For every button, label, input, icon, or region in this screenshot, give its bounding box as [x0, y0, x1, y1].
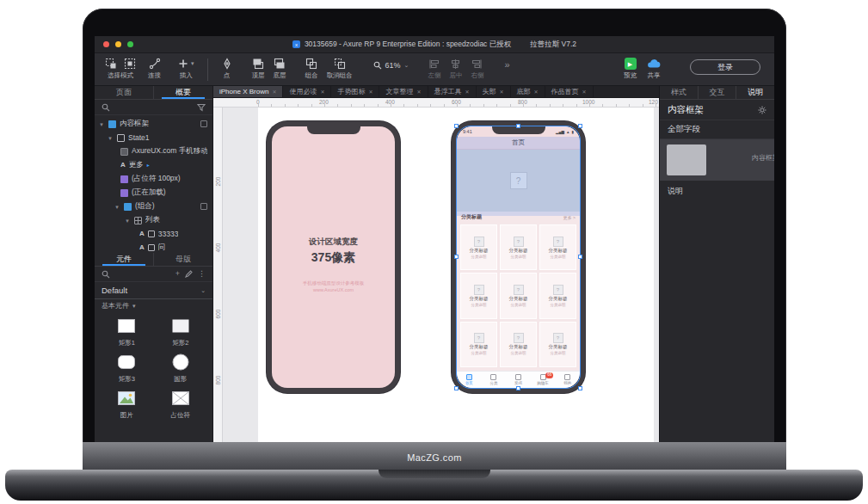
widget-circle[interactable]: 圆形 [170, 352, 191, 384]
share-tool[interactable]: 共享 [647, 57, 661, 80]
gear-icon[interactable] [758, 106, 766, 114]
align-right-tool[interactable]: 右侧 [471, 57, 483, 80]
add-library-icon[interactable]: + [175, 270, 180, 278]
zoom-value: 61% [385, 61, 401, 70]
file-tab[interactable]: iPhone X Brown✕ [213, 86, 283, 97]
phone-mockup-spec[interactable]: 设计区域宽度 375像素 手机移动端原型设计参考模板 www.AxureUX.c… [267, 121, 400, 393]
marquee-intersect-icon [105, 58, 117, 70]
send-to-back-tool[interactable]: 底层 [274, 57, 286, 80]
text-widget-icon: A [139, 244, 145, 251]
tab-masters[interactable]: 母版 [153, 253, 212, 266]
file-tab[interactable]: 文章整理✕ [379, 86, 428, 97]
pages-outline-tabs: 页面 概要 [95, 86, 212, 100]
tab-outline[interactable]: 概要 [153, 86, 212, 99]
align-left-tool[interactable]: 左侧 [428, 57, 440, 80]
more-options-icon[interactable]: ⋮ [198, 270, 206, 278]
widget-rect3[interactable]: 矩形3 [116, 352, 137, 384]
select-mode-tool[interactable]: 选择模式 [105, 57, 136, 80]
login-button[interactable]: 登录 [690, 59, 760, 75]
group-tool[interactable]: 组合 [305, 57, 318, 80]
selection-handle[interactable] [516, 124, 520, 128]
tree-item-33333[interactable]: A 33333 [95, 227, 212, 241]
note-label: 说明 [660, 181, 774, 202]
tab-style[interactable]: 样式 [660, 86, 698, 99]
filter-icon[interactable] [197, 103, 206, 112]
tab-note[interactable]: 说明 [736, 86, 774, 99]
disclosure-icon[interactable]: ▾ [124, 218, 131, 224]
close-window-button[interactable] [103, 41, 109, 47]
close-tab-icon[interactable]: ✕ [500, 89, 504, 95]
close-tab-icon[interactable]: ✕ [416, 89, 421, 95]
tree-item-group[interactable]: ▾ (组合) [95, 200, 212, 213]
tree-item-state1[interactable]: ▾ State1 [95, 131, 212, 144]
tree-item-axureux[interactable]: AxureUX.com 手机移动 [95, 144, 212, 158]
window-title-text: 30135659 - Axure RP 9 Enterprise Edition… [305, 40, 511, 50]
pen-tool[interactable]: 点 [221, 57, 233, 80]
close-tab-icon[interactable]: ✕ [582, 89, 587, 95]
widget-rect2[interactable]: 矩形2 [170, 316, 191, 347]
file-tab[interactable]: 悬浮工具✕ [428, 86, 477, 97]
phone-mockup-home[interactable]: 9:41 ▂▄▆ ▲ ▮ 首页 [452, 121, 585, 393]
share-label: 共享 [648, 71, 661, 80]
selected-widget-name: 内容框架 [668, 104, 704, 116]
note-field-row[interactable]: 内容框架 [660, 139, 774, 181]
disclosure-icon[interactable]: ▾ [114, 204, 120, 210]
align-center-tool[interactable]: 居中 [449, 57, 462, 80]
widget-grid: 矩形1 矩形2 矩形3 圆形 [95, 312, 212, 442]
zoom-control[interactable]: 61% ⌄ [373, 61, 409, 70]
search-icon[interactable] [102, 103, 110, 112]
basic-widgets-section[interactable]: 基本元件 ▾ [95, 299, 212, 312]
disclosure-icon[interactable]: ▾ [107, 135, 114, 141]
connect-tool[interactable]: 连接 [148, 57, 161, 80]
bring-to-front-tool[interactable]: 顶层 [252, 57, 265, 80]
tree-item-text[interactable]: A 问 [95, 241, 212, 253]
minimize-window-button[interactable] [115, 41, 121, 47]
close-tab-icon[interactable]: ✕ [534, 89, 539, 95]
file-tab[interactable]: 手势图标✕ [331, 86, 379, 97]
search-icon[interactable] [102, 270, 110, 279]
selection-handle[interactable] [578, 386, 582, 390]
widget-rect1[interactable]: 矩形1 [116, 316, 137, 347]
align-left-icon [428, 58, 440, 70]
tab-pages[interactable]: 页面 [95, 86, 153, 99]
toolbar-overflow-icon[interactable]: » [504, 60, 509, 70]
tree-item-list[interactable]: ▾ 列表 [95, 213, 212, 227]
edit-icon[interactable] [185, 270, 193, 278]
right-panel: 样式 交互 说明 内容框架 全部字段 内容框架 [659, 86, 774, 442]
tab-interaction[interactable]: 交互 [698, 86, 736, 99]
all-fields-row[interactable]: 全部字段 [660, 120, 774, 139]
text-widget-icon: A [139, 230, 145, 237]
selection-handle[interactable] [454, 386, 459, 390]
share-cloud-icon [647, 58, 661, 70]
preview-tool[interactable]: ▶ 预览 [624, 57, 637, 80]
widget-image[interactable]: 图片 [116, 388, 137, 420]
selection-handle[interactable] [578, 255, 582, 259]
cell-icon [148, 244, 155, 251]
insert-tool[interactable]: ▾ 插入 [178, 57, 194, 80]
selection-handle[interactable] [516, 386, 520, 390]
file-tab[interactable]: 使用必读✕ [283, 86, 331, 97]
file-tab[interactable]: 作品首页✕ [545, 86, 594, 97]
library-select[interactable]: Default ⌄ [95, 282, 212, 299]
tree-item-loading[interactable]: (正在加载) [95, 186, 212, 200]
ungroup-tool[interactable]: 取消组合 [327, 57, 353, 80]
widget-placeholder[interactable]: 占位符 [170, 388, 191, 420]
tree-item-content-frame[interactable]: ▾ 内容框架 [95, 117, 212, 131]
selection-handle[interactable] [454, 124, 459, 128]
selection-handle[interactable] [454, 255, 459, 259]
tree-item-placeholder[interactable]: (占位符 100px) [95, 172, 212, 186]
image-icon [116, 388, 137, 409]
tab-widgets[interactable]: 元件 [95, 253, 153, 266]
close-tab-icon[interactable]: ✕ [368, 89, 372, 95]
disclosure-icon[interactable]: ▾ [98, 121, 105, 127]
zoom-window-button[interactable] [127, 41, 133, 47]
titlebar: x 30135659 - Axure RP 9 Enterprise Editi… [95, 36, 774, 53]
close-tab-icon[interactable]: ✕ [320, 89, 324, 95]
selection-handle[interactable] [578, 124, 582, 128]
file-tab[interactable]: 头部✕ [477, 86, 511, 97]
close-tab-icon[interactable]: ✕ [272, 89, 276, 95]
design-canvas[interactable]: 设计区域宽度 375像素 手机移动端原型设计参考模板 www.AxureUX.c… [223, 108, 659, 442]
tree-item-more[interactable]: A 更多 ▸ [95, 158, 212, 172]
close-tab-icon[interactable]: ✕ [465, 89, 470, 95]
file-tab[interactable]: 底部✕ [511, 86, 545, 97]
